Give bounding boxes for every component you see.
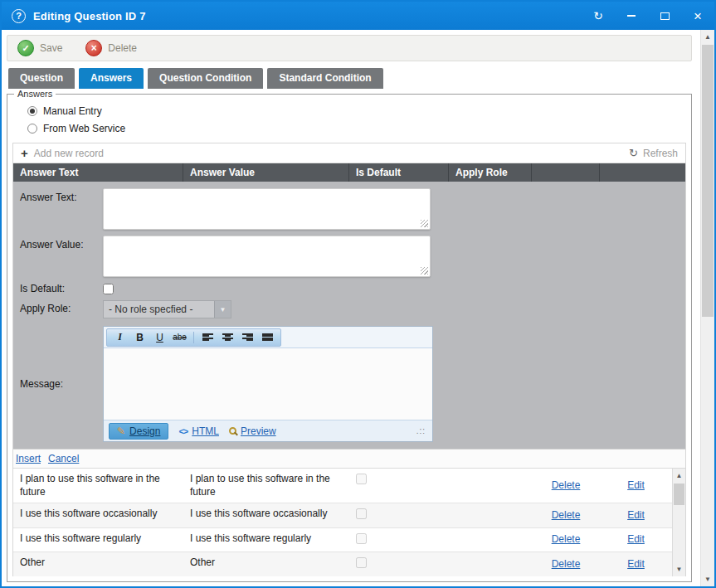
scrollbar-thumb[interactable] [674, 484, 684, 505]
align-left-button[interactable] [199, 330, 217, 345]
grid-scrollbar[interactable]: ▲ ▼ [672, 469, 685, 576]
dialog-scrollbar[interactable]: ▲ ▼ [700, 30, 714, 586]
grid-refresh-button[interactable]: ↻ Refresh [629, 148, 678, 159]
edit-row-link[interactable]: Edit [627, 558, 645, 571]
minimize-button[interactable] [625, 9, 638, 22]
is-default-label: Is Default: [20, 283, 103, 294]
delete-row-link[interactable]: Delete [552, 509, 581, 522]
answer-text-input[interactable] [103, 188, 431, 230]
tab-question-condition[interactable]: Question Condition [148, 68, 263, 89]
align-center-button[interactable] [219, 330, 236, 345]
tab-standard-condition[interactable]: Standard Condition [267, 68, 382, 89]
rte-mode-bar: ✎ Design <> HTML Preview [104, 420, 432, 441]
entry-mode-radios: Manual Entry From Web Service [27, 105, 686, 134]
italic-button[interactable]: I [111, 330, 129, 345]
delete-row-link[interactable]: Delete [552, 558, 581, 571]
grid-header-row: Answer Text Answer Value Is Default Appl… [13, 163, 685, 182]
minimize-icon [627, 15, 636, 17]
cell-answer-value: I use this software occasionally [183, 503, 349, 527]
scroll-down-icon[interactable]: ▼ [701, 572, 714, 586]
delete-row-link[interactable]: Delete [552, 533, 581, 547]
header-delete-column [532, 163, 600, 182]
insert-cancel-bar: Insert Cancel [13, 449, 685, 468]
justify-button[interactable] [259, 330, 276, 345]
tab-answers[interactable]: Answers [79, 68, 144, 89]
cell-delete: Delete [532, 552, 600, 576]
preview-mode-tab[interactable]: Preview [229, 425, 276, 437]
is-default-checkbox[interactable] [103, 284, 114, 294]
align-right-button[interactable] [239, 330, 256, 345]
html-mode-label: HTML [192, 425, 219, 437]
edit-row-link[interactable]: Edit [627, 479, 645, 493]
window-title: Editing Question ID 7 [33, 10, 146, 22]
preview-magnifier-icon [229, 427, 236, 435]
answer-value-input[interactable] [103, 236, 431, 277]
scroll-up-icon[interactable]: ▲ [701, 30, 714, 44]
design-mode-tab[interactable]: ✎ Design [109, 423, 168, 440]
radio-manual-entry[interactable]: Manual Entry [27, 105, 686, 117]
cell-apply-role [449, 469, 532, 503]
html-mode-tab[interactable]: <> HTML [178, 425, 219, 437]
dialog-content: ✓ Save × Delete Question Answers Questio… [2, 30, 714, 586]
scroll-down-icon[interactable]: ▼ [673, 562, 685, 576]
resize-grip-icon[interactable] [421, 220, 428, 227]
answer-value-row: Answer Value: [20, 236, 685, 277]
is-default-checkbox [356, 533, 367, 544]
cancel-link[interactable]: Cancel [48, 453, 79, 464]
cell-apply-role [449, 552, 532, 576]
close-icon: × [694, 9, 702, 23]
refresh-window-button[interactable]: ↻ [592, 9, 605, 22]
bold-button[interactable]: B [131, 330, 149, 345]
cell-edit: Edit [600, 469, 672, 503]
is-default-checkbox [356, 508, 367, 519]
strikethrough-button[interactable]: abe [171, 330, 188, 345]
design-mode-label: Design [129, 425, 160, 437]
answers-legend: Answers [14, 89, 56, 99]
message-editor-area[interactable] [104, 348, 432, 420]
insert-link[interactable]: Insert [16, 453, 41, 464]
scrollbar-track[interactable] [701, 44, 714, 572]
cell-is-default [349, 503, 449, 527]
grid-body: I plan to use this software in the futur… [13, 468, 685, 576]
header-apply-role: Apply Role [449, 163, 532, 182]
help-icon[interactable]: ? [12, 9, 26, 23]
tab-question[interactable]: Question [8, 68, 75, 89]
is-default-checkbox [356, 474, 367, 484]
cell-is-default [349, 528, 449, 552]
is-default-row: Is Default: [20, 283, 685, 294]
table-row: Other Other Delete Edit [13, 552, 672, 576]
preview-mode-label: Preview [241, 425, 276, 437]
inline-edit-panel: Answer Text: Answer Value: [13, 182, 685, 449]
apply-role-dropdown[interactable]: - No role specfied - ▼ [103, 300, 231, 318]
scrollbar-thumb[interactable] [702, 45, 714, 317]
editor-resize-grip[interactable]: .:: [416, 426, 426, 435]
cell-answer-text: Other [13, 552, 183, 576]
add-new-record-button[interactable]: + Add new record [21, 147, 104, 159]
header-answer-text: Answer Text [13, 163, 183, 182]
radio-from-web-service[interactable]: From Web Service [27, 123, 686, 134]
edit-row-link[interactable]: Edit [627, 509, 645, 522]
edit-row-link[interactable]: Edit [627, 533, 645, 547]
delete-button[interactable]: × Delete [85, 40, 137, 56]
refresh-icon: ↻ [593, 10, 603, 22]
maximize-button[interactable] [658, 9, 671, 22]
align-right-icon [242, 333, 253, 342]
cell-apply-role [449, 503, 532, 527]
header-edit-column [600, 163, 685, 182]
toolbar-separator [193, 332, 194, 343]
cell-is-default [349, 469, 449, 503]
scroll-up-icon[interactable]: ▲ [673, 469, 685, 483]
save-button[interactable]: ✓ Save [17, 40, 62, 56]
justify-icon [262, 333, 273, 342]
message-row: Message: I B U abe [20, 326, 685, 442]
delete-label: Delete [108, 42, 137, 54]
tab-strip: Question Answers Question Condition Stan… [7, 68, 692, 89]
close-button[interactable]: × [691, 9, 704, 22]
radio-button-icon [27, 106, 37, 116]
underline-button[interactable]: U [151, 330, 168, 345]
cell-is-default [349, 552, 449, 576]
grid-refresh-label: Refresh [643, 148, 678, 159]
resize-grip-icon[interactable] [421, 267, 428, 275]
delete-row-link[interactable]: Delete [552, 479, 581, 493]
pencil-icon: ✎ [117, 426, 125, 436]
